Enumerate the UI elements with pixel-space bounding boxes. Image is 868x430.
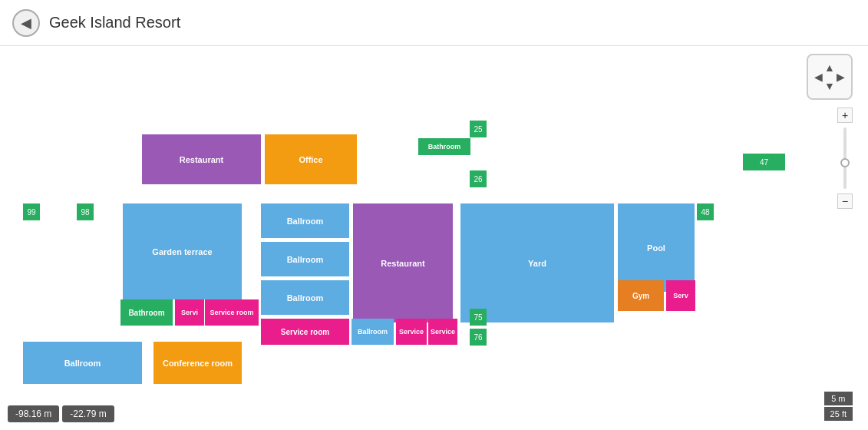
- coord-y: -22.79 m: [62, 405, 114, 422]
- scale-feet: 25 ft: [824, 407, 853, 421]
- zoom-in-button[interactable]: +: [837, 108, 853, 123]
- zoom-slider[interactable]: [843, 127, 847, 189]
- restaurant-room-2[interactable]: Restaurant: [353, 203, 453, 322]
- page-title: Geek Island Resort: [49, 14, 180, 31]
- back-button[interactable]: ◀: [12, 9, 40, 37]
- service-room-large[interactable]: Service room: [261, 319, 349, 345]
- map-container: ▲ ▼ ◀ ▶ + − 5 m 25 ft -98.16 m -22.79 m: [0, 46, 868, 430]
- service-bottom-2[interactable]: Service: [428, 319, 457, 345]
- compass-down: ▼: [824, 80, 835, 92]
- ballroom-room-1[interactable]: Ballroom: [261, 203, 349, 238]
- service-room-left-1[interactable]: Servi: [175, 299, 204, 326]
- cell-99[interactable]: 99: [23, 203, 40, 220]
- zoom-controls: + −: [837, 108, 853, 209]
- ballroom-room-3[interactable]: Ballroom: [261, 280, 349, 315]
- conference-room[interactable]: Conference room: [153, 342, 242, 384]
- cell-76[interactable]: 76: [470, 329, 487, 346]
- cell-25[interactable]: 25: [470, 121, 487, 137]
- zoom-thumb: [840, 158, 850, 167]
- cell-98[interactable]: 98: [77, 203, 94, 220]
- service-bottom-1[interactable]: Service: [396, 319, 427, 345]
- bathroom-top[interactable]: Bathroom: [418, 138, 470, 155]
- coordinates: -98.16 m -22.79 m: [8, 405, 114, 422]
- ballroom-large-bottom[interactable]: Ballroom: [23, 342, 142, 384]
- scale-meters: 5 m: [824, 392, 853, 405]
- yard-room[interactable]: Yard: [460, 203, 614, 322]
- restaurant-room-1[interactable]: Restaurant: [142, 134, 261, 184]
- service-room-small[interactable]: Serv: [666, 280, 695, 311]
- map-canvas: ▲ ▼ ◀ ▶ + − 5 m 25 ft -98.16 m -22.79 m: [0, 46, 868, 430]
- header: ◀ Geek Island Resort: [0, 0, 868, 46]
- pool-room[interactable]: Pool: [618, 203, 695, 292]
- cell-75[interactable]: 75: [470, 309, 487, 326]
- cell-48[interactable]: 48: [697, 203, 714, 220]
- ballroom-room-2[interactable]: Ballroom: [261, 242, 349, 276]
- compass-up: ▲: [824, 61, 835, 74]
- office-room[interactable]: Office: [265, 134, 357, 184]
- scale-bar: 5 m 25 ft: [824, 392, 853, 422]
- ballroom-bottom-1[interactable]: Ballroom: [351, 319, 394, 345]
- service-room-mid[interactable]: Service room: [205, 299, 259, 326]
- compass[interactable]: ▲ ▼ ◀ ▶: [807, 54, 853, 100]
- zoom-out-button[interactable]: −: [837, 194, 853, 209]
- cell-47[interactable]: 47: [743, 154, 785, 170]
- gym-room[interactable]: Gym: [618, 280, 664, 311]
- cell-26[interactable]: 26: [470, 170, 487, 187]
- bathroom-room[interactable]: Bathroom: [120, 299, 173, 326]
- compass-left: ◀: [814, 71, 823, 83]
- compass-inner: ▲ ▼ ◀ ▶: [814, 61, 845, 92]
- compass-right: ▶: [837, 71, 845, 83]
- garden-terrace-room[interactable]: Garden terrace: [123, 203, 242, 299]
- coord-x: -98.16 m: [8, 405, 59, 422]
